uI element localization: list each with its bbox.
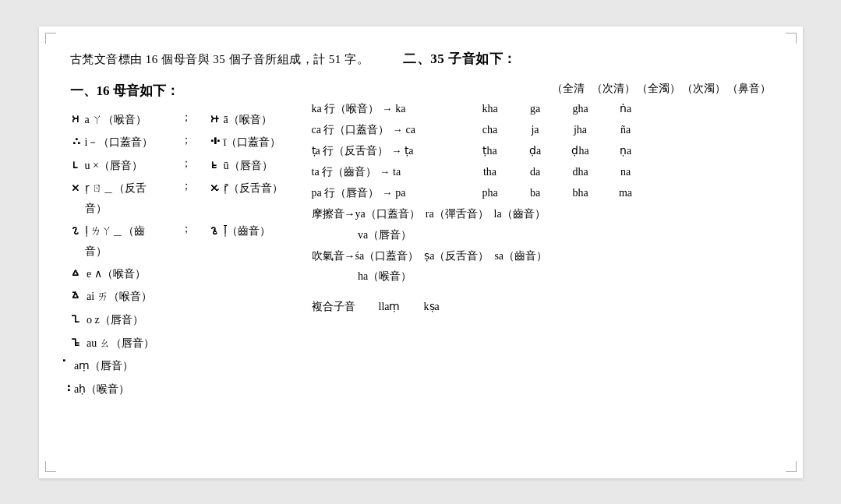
arrow-ta-dental: → [380,163,390,181]
vowel-ah-row: 𑀂 aḥ（喉音） [70,377,296,400]
roman-r: ṛ ㄖ＿（反舌音） [85,178,164,219]
vowel-ii: 𑀈 ī（口蓋音） [209,130,302,153]
vowel-ll: 𑀎 ḹ（齒音） [209,219,302,262]
vowel-u: 𑀉 u ×（唇音） [70,153,164,177]
vowel-aa: 𑀆 ā（喉音） [209,107,302,131]
char-l: 𑀍 [70,219,83,242]
content: 一、16 母音如下： 𑀅 a ㄚ（喉音） ； 𑀆 ā（喉音） [70,82,772,400]
char-u: 𑀉 [70,153,83,177]
consonant-row-pa: pa 行（唇音） → pa pha ba bha ma [312,183,772,203]
cell-tha-retro: ṭha [468,141,513,160]
roman-uu: ū（唇音） [224,156,273,176]
compound-label: 複合子音 [312,300,355,314]
char-i: 𑀇 [70,130,83,153]
vowel-am-row: 𑀁 aṃ（唇音） [70,354,296,377]
char-a: 𑀅 [70,107,83,131]
char-au: 𑀒 [70,331,83,354]
roman-aa: ā（喉音） [224,110,272,130]
cell-cha: cha [468,120,513,139]
compound-row: 複合子音 llaṃ kṣa [312,300,772,314]
header-biyin: （鼻音） [726,82,772,96]
cell-ba: ba [513,183,558,203]
cell-da-dental: da [513,162,558,182]
corner-tr [786,33,797,44]
roman-e: e ∧（喉音） [84,264,146,284]
header-quanzhuo: （全濁） [636,82,681,96]
char-rr: 𑀌 [209,176,221,199]
char-ii: 𑀈 [209,130,221,153]
cell-ma: ma [603,183,648,203]
char-ll: 𑀎 [209,219,221,242]
header-ciqing: （次清） [591,82,636,96]
vowel-row-2: 𑀇 i－（口蓋音） ； 𑀈 ī（口蓋音） [70,130,296,153]
roman-u: u ×（唇音） [85,156,143,176]
corner-bl [45,461,56,472]
vowel-row-1: 𑀅 a ㄚ（喉音） ； 𑀆 ā（喉音） [70,107,296,131]
consonants-section: （全清 （次清） （全濁） （次濁） （鼻音） ka 行（喉音） → ka kh… [312,82,772,400]
row-label-ka: ka 行（喉音） → ka [312,99,468,118]
vowel-e-row: 𑀏 e ∧（喉音） [70,262,296,285]
corner-tl [45,33,56,44]
arrow-pa: → [382,184,392,202]
cell-ja: ja [513,120,558,139]
consonant-row-ca: ca 行（口蓋音） → ca cha ja jha ña [312,120,772,139]
misc-va: va（唇音） [312,225,772,246]
vowel-rr: 𑀌 ṝ（反舌音） [209,176,302,219]
row-label-ta-dental: ta 行（齒音） → ta [312,162,468,182]
header-line: 古梵文音標由 16 個母音與 35 個子音所組成，計 51 字。 二、35 子音… [70,50,772,68]
cell-da-retro: ḍa [513,141,558,160]
compound-ksa: kṣa [424,300,440,313]
misc-rows: 摩擦音→ya（口蓋音） ra（彈舌音） la（齒音） va（唇音） 吹氣音→śa… [312,204,772,287]
char-e: 𑀏 [70,262,83,285]
vowels-section: 一、16 母音如下： 𑀅 a ㄚ（喉音） ； 𑀆 ā（喉音） [70,82,296,400]
page: 古梵文音標由 16 個母音與 35 個子音所組成，計 51 字。 二、35 子音… [39,26,803,478]
row-label-ta-retro: ṭa 行（反舌音） → ṭa [312,141,468,160]
arrow-ta-retro: → [391,142,401,160]
vowel-ai-row: 𑀐 ai ㄞ（喉音） [70,284,296,308]
corner-br [786,461,797,472]
vowel-row-3: 𑀉 u ×（唇音） ； 𑀊 ū（唇音） [70,153,296,177]
vowel-row-5: 𑀍 ḷ ㄌㄚ＿（齒音） ； 𑀎 ḹ（齒音） [70,219,296,262]
cell-jha: jha [558,120,603,139]
arrow-ca: → [392,121,402,139]
vowel-l: 𑀍 ḷ ㄌㄚ＿（齒音） [70,219,164,262]
sep2: ； [181,130,192,153]
cell-dha-retro: ḍha [558,141,603,160]
cell-nga: ṅa [603,99,648,118]
row-label-ca: ca 行（口蓋音） → ca [312,120,468,139]
consonant-header: （全清 （次清） （全濁） （次濁） （鼻音） [312,82,772,96]
char-o: 𑀑 [70,308,83,331]
misc-fricative: 摩擦音→ya（口蓋音） ra（彈舌音） la（齒音） [312,204,772,225]
vowel-i: 𑀇 i－（口蓋音） [70,130,164,153]
sep5: ； [181,219,192,262]
vowel-o-row: 𑀑 o z（唇音） [70,308,296,331]
row-cells-pa: pha ba bha ma [468,183,648,203]
compound-llam: llaṃ [379,300,401,313]
consonant-row-ka: ka 行（喉音） → ka kha ga gha ṅa [312,99,772,118]
row-cells-ka: kha ga gha ṅa [468,99,648,118]
intro-text: 古梵文音標由 16 個母音與 35 個子音所組成，計 51 字。 [70,53,369,65]
consonant-row-ta-retro: ṭa 行（反舌音） → ṭa ṭha ḍa ḍha ṇa [312,141,772,160]
cell-bha: bha [558,183,603,203]
roman-a: a ㄚ（喉音） [85,110,147,130]
row-cells-ta-dental: tha da dha na [468,162,648,182]
char-r: 𑀋 [70,176,83,199]
roman-ll: ḹ（齒音） [224,221,270,241]
roman-au: au ㄠ（唇音） [84,333,154,354]
roman-am: aṃ（唇音） [72,356,134,376]
roman-rr: ṝ（反舌音） [224,178,283,199]
cell-na-dental: na [603,162,648,182]
row-cells-ca: cha ja jha ña [468,120,648,139]
cell-dha-dental: dha [558,162,603,182]
cell-na-retro: ṇa [603,141,648,160]
cell-pha: pha [468,183,513,203]
roman-ai: ai ㄞ（喉音） [84,287,152,307]
header-quanqing: （全清 [546,82,591,96]
cell-tha-dental: tha [468,162,513,182]
row-label-pa: pa 行（唇音） → pa [312,183,468,203]
char-aa: 𑀆 [209,107,221,131]
cell-gha: gha [558,99,603,118]
vowel-row-4: 𑀋 ṛ ㄖ＿（反舌音） ； 𑀌 ṝ（反舌音） [70,176,296,219]
roman-l: ḷ ㄌㄚ＿（齒音） [85,221,164,262]
cell-nya: ña [603,120,648,139]
